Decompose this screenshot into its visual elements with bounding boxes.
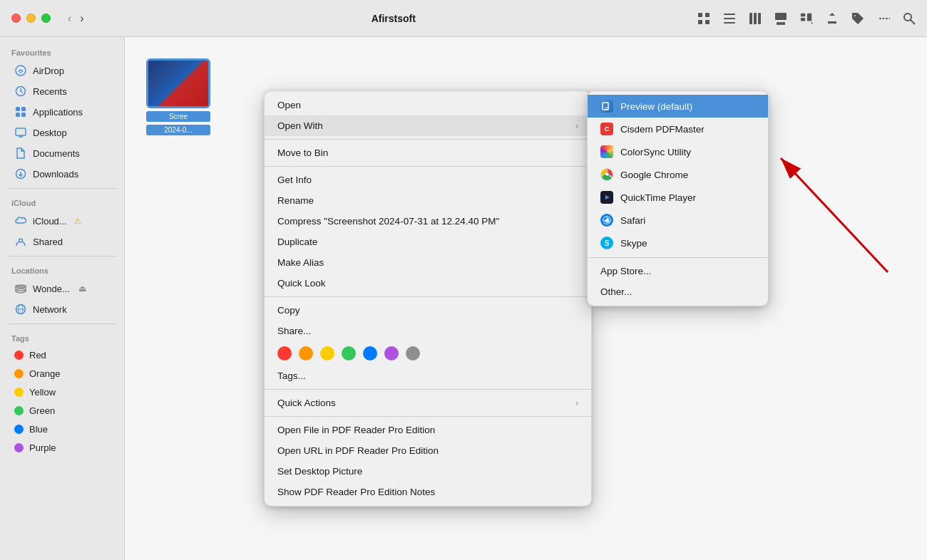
- quick-actions-arrow: ›: [575, 398, 578, 408]
- submenu-quicktime-label: QuickTime Player: [620, 192, 696, 203]
- sidebar-divider-3: [7, 323, 117, 324]
- content-area: Scree 2024-0... Open Open With › Move to…: [125, 37, 927, 560]
- sidebar-item-applications[interactable]: Applications: [4, 102, 120, 122]
- menu-item-quick-look[interactable]: Quick Look: [265, 273, 591, 294]
- icloud-label: iCloud...: [33, 216, 67, 227]
- svg-rect-1: [705, 13, 710, 17]
- menu-tag-red[interactable]: [277, 346, 292, 361]
- sidebar-item-purple[interactable]: Purple: [4, 439, 120, 457]
- submenu-item-preview[interactable]: Preview (default): [588, 95, 768, 118]
- menu-item-open[interactable]: Open: [265, 95, 591, 115]
- menu-item-rename[interactable]: Rename: [265, 190, 591, 211]
- submenu-colorsync-label: ColorSync Utility: [620, 147, 691, 157]
- menu-item-show-pdf-notes[interactable]: Show PDF Reader Pro Edition Notes: [265, 482, 591, 502]
- blue-tag-label: Blue: [29, 424, 48, 435]
- safari-app-icon: [600, 214, 613, 227]
- minimize-button[interactable]: [26, 14, 36, 23]
- documents-icon: [14, 147, 27, 160]
- menu-item-make-alias[interactable]: Make Alias: [265, 252, 591, 273]
- column-view-icon[interactable]: [749, 12, 762, 25]
- more-icon[interactable]: [877, 12, 890, 25]
- menu-tag-yellow[interactable]: [320, 346, 334, 361]
- search-icon[interactable]: [903, 12, 916, 25]
- submenu-item-colorsync[interactable]: ColorSync Utility: [588, 140, 768, 163]
- sidebar-item-documents[interactable]: Documents: [4, 143, 120, 163]
- network-icon: [14, 303, 27, 316]
- list-view-icon[interactable]: [723, 12, 736, 25]
- sidebar-item-network[interactable]: Network: [4, 299, 120, 319]
- grid-view-icon[interactable]: [697, 12, 710, 25]
- sidebar-item-orange[interactable]: Orange: [4, 365, 120, 383]
- applications-icon: [14, 105, 27, 118]
- menu-tag-blue[interactable]: [363, 346, 377, 361]
- submenu-item-cisdem[interactable]: C Cisdem PDFMaster: [588, 118, 768, 140]
- sidebar-item-blue[interactable]: Blue: [4, 420, 120, 438]
- svg-point-22: [904, 14, 911, 21]
- fullscreen-button[interactable]: [41, 14, 51, 23]
- sidebar-item-desktop[interactable]: Desktop: [4, 123, 120, 142]
- forward-button[interactable]: ›: [77, 9, 86, 28]
- menu-item-get-info[interactable]: Get Info: [265, 170, 591, 190]
- sidebar-item-shared[interactable]: Shared: [4, 232, 120, 252]
- sidebar-item-yellow[interactable]: Yellow: [4, 383, 120, 401]
- submenu-cisdem-label: Cisdem PDFMaster: [620, 124, 705, 135]
- airdrop-label: AirDrop: [33, 66, 64, 76]
- tag-icon[interactable]: [851, 12, 864, 25]
- sidebar-item-airdrop[interactable]: AirDrop: [4, 61, 120, 81]
- sidebar-item-recents[interactable]: Recents: [4, 81, 120, 101]
- shared-icon: [14, 235, 27, 248]
- submenu-item-quicktime[interactable]: QuickTime Player: [588, 186, 768, 209]
- menu-item-tags[interactable]: Tags...: [265, 365, 591, 386]
- menu-separator-4: [265, 389, 591, 390]
- menu-item-duplicate[interactable]: Duplicate: [265, 232, 591, 252]
- submenu-item-appstore[interactable]: App Store...: [588, 261, 768, 281]
- menu-item-copy[interactable]: Copy: [265, 300, 591, 321]
- menu-item-set-desktop[interactable]: Set Desktop Picture: [265, 461, 591, 482]
- close-button[interactable]: [11, 14, 21, 23]
- submenu-item-chrome[interactable]: Google Chrome: [588, 163, 768, 186]
- sidebar-item-green[interactable]: Green: [4, 402, 120, 420]
- menu-item-open-url-pdf[interactable]: Open URL in PDF Reader Pro Edition: [265, 440, 591, 461]
- submenu-item-safari[interactable]: Safari: [588, 209, 768, 232]
- menu-tag-gray[interactable]: [406, 346, 420, 361]
- traffic-lights: [11, 14, 51, 23]
- menu-item-open-pdf-file[interactable]: Open File in PDF Reader Pro Edition: [265, 420, 591, 440]
- menu-item-quick-actions[interactable]: Quick Actions ›: [265, 393, 591, 413]
- svg-rect-28: [21, 107, 26, 111]
- menu-item-move-to-bin[interactable]: Move to Bin: [265, 142, 591, 163]
- menu-item-share[interactable]: Share...: [265, 321, 591, 341]
- svg-line-23: [911, 20, 915, 24]
- sidebar-item-downloads[interactable]: Downloads: [4, 164, 120, 184]
- sidebar-item-icloud[interactable]: iCloud... ⚠: [4, 211, 120, 231]
- orange-tag-dot: [14, 369, 24, 378]
- drive-icon: [14, 282, 27, 295]
- menu-tag-purple[interactable]: [384, 346, 399, 361]
- eject-icon[interactable]: ⏏: [78, 284, 86, 294]
- svg-rect-4: [724, 14, 735, 15]
- desktop-label: Desktop: [33, 128, 67, 138]
- svg-rect-7: [749, 13, 752, 24]
- skype-app-icon: S: [600, 237, 613, 249]
- menu-tag-orange[interactable]: [299, 346, 313, 361]
- svg-rect-30: [21, 113, 26, 117]
- purple-tag-dot: [14, 443, 24, 452]
- back-button[interactable]: ‹: [65, 9, 74, 28]
- svg-rect-27: [16, 107, 20, 111]
- menu-item-open-with[interactable]: Open With ›: [265, 115, 591, 136]
- menu-separator-3: [265, 296, 591, 297]
- svg-rect-10: [775, 13, 787, 20]
- sidebar-item-wonde[interactable]: Wonde... ⏏: [4, 279, 120, 299]
- menu-item-compress[interactable]: Compress "Screenshot 2024-07-31 at 12.24…: [265, 211, 591, 232]
- submenu-item-other[interactable]: Other...: [588, 281, 768, 302]
- orange-tag-label: Orange: [29, 368, 60, 379]
- desktop-icon: [14, 126, 27, 139]
- menu-tag-green[interactable]: [342, 346, 356, 361]
- gallery-view-icon[interactable]: [774, 12, 787, 25]
- file-item[interactable]: Scree 2024-0...: [146, 58, 210, 135]
- share-icon[interactable]: [826, 12, 839, 25]
- submenu-safari-label: Safari: [620, 215, 645, 226]
- sidebar-item-red[interactable]: Red: [4, 346, 120, 364]
- svg-point-18: [879, 17, 881, 19]
- submenu-item-skype[interactable]: S Skype: [588, 232, 768, 254]
- group-icon[interactable]: [800, 12, 813, 25]
